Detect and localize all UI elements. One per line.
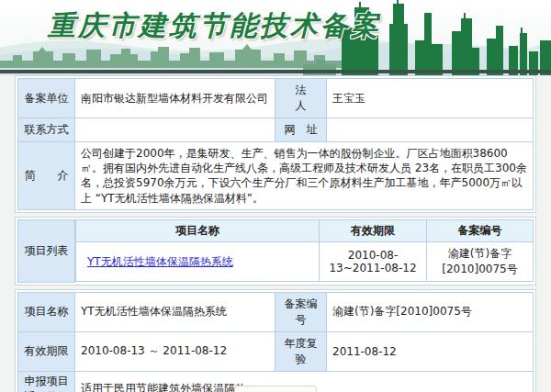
label-website: 网 址: [276, 118, 327, 142]
label-application-scope: 申报项目适用范围: [18, 371, 75, 392]
project-list-row: YT无机活性墙体保温隔热系统 2010-08-13~2011-08-12 渝建(…: [76, 242, 534, 282]
company-info-table: 备案单位 南阳市银达新型墙体材料开发有限公司 法 人 王宝玉 联系方式 网 址 …: [15, 75, 536, 213]
value-intro: 公司创建于2000年，是集研发、生产、销售为一体的股份制企业。厂区占地面积386…: [75, 142, 534, 210]
label-annual-review: 年度复验: [276, 331, 327, 371]
column-header-record-no: 备案编号: [427, 220, 534, 242]
value-website: [327, 118, 534, 142]
label-validity: 有效期限: [18, 331, 75, 371]
value-validity: 2010-08-13 ～ 2011-08-12: [75, 331, 276, 371]
project-name-link[interactable]: YT无机活性墙体保温隔热系统: [87, 255, 233, 268]
page-banner: 重庆市建筑节能技术备案: [0, 0, 551, 75]
project-validity-cell: 2010-08-13~2011-08-12: [320, 242, 427, 282]
label-project-list: 项目列表: [18, 219, 75, 282]
column-header-validity: 有效期限: [320, 220, 427, 242]
project-record-no-cell: 渝建(节)备字[2010]0075号: [427, 242, 534, 282]
value-legal-person: 王宝玉: [327, 79, 534, 118]
project-detail-table: 项目名称 YT无机活性墙体保温隔热系统 备案编号 渝建(节)备字[2010]00…: [15, 289, 536, 392]
bottom-button-partial[interactable]: [234, 386, 317, 392]
value-contact: [75, 118, 276, 142]
label-legal-person: 法 人: [276, 79, 327, 118]
label-record-no: 备案编号: [276, 292, 327, 331]
label-intro: 简 介: [18, 142, 75, 210]
value-project-name: YT无机活性墙体保温隔热系统: [75, 292, 276, 331]
value-record-no: 渝建(节)备字[2010]0075号: [327, 292, 534, 331]
value-record-unit: 南阳市银达新型墙体材料开发有限公司: [75, 79, 276, 118]
label-project-name: 项目名称: [18, 292, 75, 331]
page-title: 重庆市建筑节能技术备案: [48, 7, 381, 45]
column-header-project-name: 项目名称: [76, 220, 320, 242]
project-name-cell: YT无机活性墙体保温隔热系统: [76, 242, 320, 282]
label-contact: 联系方式: [18, 118, 75, 142]
value-annual-review: 2011-08-12: [327, 331, 534, 371]
label-record-unit: 备案单位: [18, 79, 75, 118]
project-list-table: 项目列表 项目名称 有效期限 备案编号 YT无机活性墙体保温隔热系统 2010-…: [15, 217, 536, 286]
